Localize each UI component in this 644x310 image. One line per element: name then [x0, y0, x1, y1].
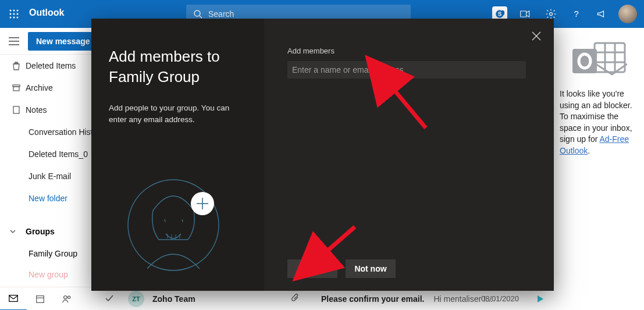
search-input[interactable] — [207, 9, 404, 19]
folder-label: Junk E-mail — [29, 172, 71, 181]
message-subject: Please confirm your email. — [321, 294, 424, 304]
sender-name: Zoho Team — [152, 294, 269, 304]
dialog-left-panel: Add members toFamily Group Add people to… — [91, 19, 264, 291]
ad-indicator-icon — [538, 295, 543, 302]
svg-point-8 — [17, 17, 19, 19]
field-label: Add members — [287, 47, 526, 55]
svg-rect-30 — [572, 49, 597, 73]
attachment-icon — [291, 293, 299, 304]
svg-rect-19 — [13, 106, 19, 113]
trash-icon — [7, 61, 26, 70]
calendar-module-icon[interactable] — [27, 287, 54, 311]
mail-module-icon[interactable] — [0, 287, 27, 311]
app-launcher-icon[interactable] — [0, 0, 28, 28]
ad-panel: It looks like you're using an ad blocker… — [554, 28, 644, 287]
ad-text: It looks like you're using an ad blocker… — [560, 88, 638, 157]
svg-point-3 — [10, 13, 12, 15]
dialog-subtitle: Add people to your group. You can enter … — [109, 102, 247, 126]
search-icon — [193, 9, 202, 19]
brand-label: Outlook — [28, 8, 70, 20]
add-members-dialog: Add members toFamily Group Add people to… — [91, 19, 554, 291]
avatar[interactable] — [618, 5, 637, 23]
svg-point-23 — [64, 295, 67, 298]
svg-point-2 — [17, 10, 19, 12]
hamburger-icon[interactable] — [0, 28, 28, 55]
svg-point-5 — [17, 13, 19, 15]
add-button[interactable]: Add — [287, 259, 337, 278]
ad-post: . — [588, 146, 590, 155]
folder-label: Notes — [26, 105, 47, 115]
sender-avatar: ZT — [128, 291, 144, 307]
new-message-button[interactable]: New message — [28, 32, 98, 51]
folder-label: Deleted Items — [26, 61, 76, 70]
not-now-button[interactable]: Not now — [346, 259, 396, 278]
svg-rect-18 — [13, 87, 19, 91]
svg-rect-16 — [9, 44, 19, 45]
group-item-label: New group — [29, 270, 68, 279]
person-add-illustration — [124, 176, 223, 275]
svg-point-6 — [10, 17, 12, 19]
groups-label: Groups — [26, 227, 55, 236]
svg-rect-11 — [521, 11, 526, 17]
close-icon[interactable] — [532, 31, 541, 43]
svg-text:?: ? — [574, 9, 579, 19]
archive-icon — [7, 83, 26, 92]
folder-label: New folder — [29, 194, 67, 203]
svg-point-0 — [10, 10, 12, 12]
member-input[interactable] — [287, 61, 526, 79]
note-icon — [7, 105, 26, 115]
svg-rect-15 — [9, 41, 19, 42]
message-date: 08/01/2020 — [481, 294, 519, 303]
dialog-title: Add members toFamily Group — [109, 47, 247, 87]
svg-point-24 — [67, 296, 70, 298]
svg-point-1 — [13, 10, 15, 12]
svg-point-4 — [13, 13, 15, 15]
svg-rect-14 — [9, 37, 19, 38]
dialog-right-panel: Add members Add Not now — [264, 19, 554, 291]
help-icon[interactable]: ? — [564, 0, 589, 28]
people-module-icon[interactable] — [54, 287, 80, 311]
megaphone-icon[interactable] — [589, 0, 615, 28]
svg-point-7 — [13, 17, 15, 19]
chevron-down-icon — [7, 228, 19, 235]
svg-line-10 — [200, 16, 202, 18]
folder-label: Archive — [26, 83, 53, 92]
svg-rect-21 — [37, 295, 44, 302]
svg-point-12 — [550, 13, 553, 16]
folder-label: Deleted Items_0 — [29, 149, 88, 159]
svg-rect-20 — [9, 295, 17, 301]
svg-point-9 — [194, 10, 200, 16]
group-item-label: Family Group — [29, 249, 77, 258]
outlook-logo-icon — [571, 41, 627, 78]
